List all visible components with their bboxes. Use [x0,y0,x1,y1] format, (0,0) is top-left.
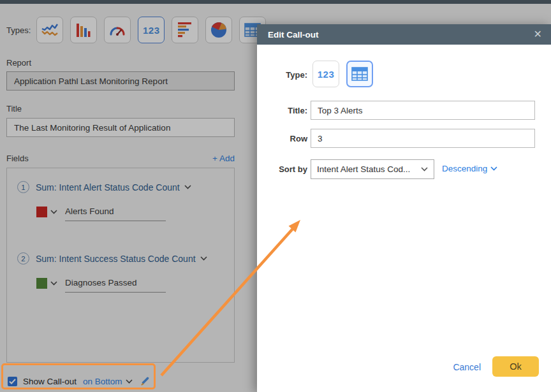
dialog-body: Type: 123 Title: Row Sort by Intent Aler… [257,45,551,392]
dialog-title: Edit Call-out [268,30,534,40]
sortby-value: Intent Alert Status Cod... [317,164,410,174]
dialog-type-numeric-button[interactable]: 123 [312,61,339,87]
sortby-select[interactable]: Intent Alert Status Cod... [311,159,434,179]
dialog-header: Edit Call-out ✕ [257,24,551,45]
dialog-sortby-label: Sort by [257,164,307,174]
cancel-button[interactable]: Cancel [453,362,481,372]
chevron-down-icon [421,167,428,171]
edit-callout-dialog: Edit Call-out ✕ Type: 123 Title: Row Sor… [257,24,551,392]
chevron-down-icon [490,166,497,171]
dialog-title-field-label: Title: [257,106,307,115]
ok-button[interactable]: Ok [492,356,539,377]
dialog-type-table-button[interactable] [346,61,373,87]
numeric-123-icon: 123 [318,69,335,80]
sort-direction-value: Descending [442,164,487,173]
dialog-title-input[interactable] [311,101,535,120]
close-icon[interactable]: ✕ [534,29,542,40]
sort-direction-dropdown[interactable]: Descending [442,164,497,173]
dialog-type-label: Type: [257,70,307,80]
dialog-row-label: Row [257,134,307,143]
dialog-row-input[interactable] [311,129,535,148]
table-icon [351,67,368,81]
